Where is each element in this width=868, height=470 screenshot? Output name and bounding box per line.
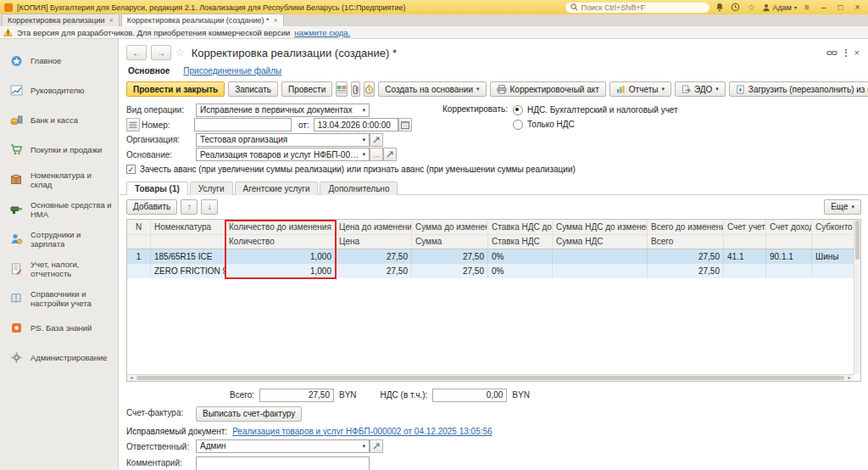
operation-type-combo[interactable]: Исправление в первичных документах ▾ bbox=[196, 104, 370, 117]
responsible-combo[interactable]: Админ ▾ bbox=[196, 439, 370, 453]
date-input[interactable]: 13.04.2026 0:00:00 bbox=[314, 118, 398, 131]
tab-close-icon[interactable]: × bbox=[274, 16, 278, 25]
horizontal-scrollbar[interactable]: ◄ ► bbox=[127, 374, 854, 381]
basis-choose-button[interactable]: … bbox=[370, 148, 383, 161]
sidebar-item-bank-kassa[interactable]: Банк и касса bbox=[0, 105, 118, 135]
tab-goods[interactable]: Товары (1) bbox=[126, 182, 188, 195]
create-based-on-button[interactable]: Создать на основании▾ bbox=[378, 81, 486, 97]
number-settings-button[interactable] bbox=[126, 118, 140, 131]
cell-n[interactable]: 1 bbox=[127, 249, 151, 264]
reminder-button[interactable] bbox=[364, 81, 375, 97]
scroll-right-arrow[interactable]: ► bbox=[845, 375, 854, 380]
cell-vat-sum[interactable] bbox=[553, 264, 648, 278]
cell-vat-rate[interactable]: 0% bbox=[488, 264, 553, 278]
tab-attached-files[interactable]: Присоединенные файлы bbox=[183, 66, 281, 76]
cell-qty-before[interactable]: 1,000 bbox=[225, 249, 336, 264]
radio-icon[interactable] bbox=[513, 120, 523, 130]
table-more-button[interactable]: Еще▾ bbox=[824, 199, 861, 215]
user-name: Адам bbox=[773, 3, 792, 12]
cell-qty[interactable]: 1,000 bbox=[225, 264, 336, 278]
show-postings-button[interactable] bbox=[336, 81, 348, 97]
service-menu-icon[interactable]: ≡ bbox=[801, 2, 813, 14]
minimize-button[interactable]: – bbox=[817, 2, 830, 14]
write-button[interactable]: Записать bbox=[228, 81, 278, 97]
cell-sum-before[interactable]: 27,50 bbox=[412, 249, 488, 264]
comment-input[interactable] bbox=[196, 456, 370, 470]
cell-total-before[interactable]: 27,50 bbox=[648, 249, 724, 264]
link-icon[interactable] bbox=[826, 48, 837, 58]
tab-agent-services[interactable]: Агентские услуги bbox=[235, 182, 319, 195]
sidebar-item-label: PS. База знаний bbox=[31, 323, 92, 333]
sidebar-item-administrirovanie[interactable]: Администрирование bbox=[0, 343, 118, 372]
scrollbar-thumb[interactable] bbox=[136, 376, 844, 380]
sidebar-item-uchet-nalogi[interactable]: Учет, налоги, отчетность bbox=[0, 254, 118, 283]
items-table[interactable]: N Номенклатура Количество до изменения Ц… bbox=[126, 219, 861, 382]
sidebar-item-rukovoditelyu[interactable]: Руководителю bbox=[0, 76, 118, 105]
notifications-bell-icon[interactable] bbox=[714, 2, 726, 14]
sidebar-item-sotrudniki-zarplata[interactable]: Сотрудники и зарплата bbox=[0, 224, 118, 254]
correction-act-button[interactable]: Корректировочный акт bbox=[490, 81, 606, 97]
radio-option-vat-accounting[interactable]: НДС. Бухгалтерский и налоговый учет bbox=[513, 103, 678, 117]
cell-sum[interactable]: 27,50 bbox=[412, 264, 488, 278]
calendar-button[interactable] bbox=[398, 118, 412, 131]
cell-vat-rate-before[interactable]: 0% bbox=[488, 249, 553, 264]
window-tab-2-active[interactable]: Корректировка реализации (создание) * × bbox=[121, 14, 284, 26]
move-row-down-button[interactable]: ↓ bbox=[201, 199, 218, 215]
cell-price-before[interactable]: 27,50 bbox=[336, 249, 412, 264]
history-clock-icon[interactable] bbox=[730, 2, 742, 14]
radio-option-vat-only[interactable]: Только НДС bbox=[513, 117, 678, 131]
maximize-button[interactable]: □ bbox=[834, 2, 847, 14]
edo-button[interactable]: ЭДО▾ bbox=[675, 81, 726, 97]
scroll-left-arrow[interactable]: ◄ bbox=[127, 375, 136, 380]
cell-total[interactable]: 27,50 bbox=[648, 264, 724, 278]
sidebar-item-pokupki-prodazhi[interactable]: Покупки и продажи bbox=[0, 135, 118, 165]
sidebar-item-glavnoe[interactable]: Главное bbox=[0, 46, 118, 76]
scrollbar-thumb[interactable] bbox=[855, 221, 860, 260]
post-button[interactable]: Провести bbox=[281, 81, 332, 97]
basis-combo[interactable]: Реализация товаров и услуг НФБП-000002 о… bbox=[196, 148, 370, 161]
number-input[interactable] bbox=[194, 118, 292, 131]
tab-osnovnoe[interactable]: Основное bbox=[128, 66, 170, 76]
close-form-icon[interactable]: × bbox=[854, 48, 860, 58]
back-button[interactable]: ← bbox=[126, 45, 147, 60]
organization-open-button[interactable] bbox=[370, 133, 383, 147]
table-row[interactable]: 1 185/65R15 ICE 1,000 27,50 27,50 0% 27,… bbox=[127, 249, 860, 278]
add-row-button[interactable]: Добавить bbox=[126, 199, 177, 215]
more-menu-icon[interactable] bbox=[845, 48, 847, 58]
reports-button[interactable]: Отчеты▾ bbox=[609, 81, 671, 97]
corrected-document-link[interactable]: Реализация товаров и услуг НФБП-000002 о… bbox=[232, 425, 492, 436]
warning-link[interactable]: нажмите сюда. bbox=[294, 28, 350, 37]
cell-nomenclature[interactable]: 185/65R15 ICE bbox=[151, 249, 225, 264]
move-row-up-button[interactable]: ↑ bbox=[181, 199, 198, 215]
post-and-close-button[interactable]: Провести и закрыть bbox=[126, 81, 225, 97]
window-tab-1[interactable]: Корректировка реализации × bbox=[2, 14, 120, 26]
user-menu[interactable]: Адам ▾ bbox=[762, 3, 797, 12]
tab-additional[interactable]: Дополнительно bbox=[320, 182, 398, 195]
responsible-open-button[interactable] bbox=[370, 439, 383, 453]
load-from-file-button[interactable]: Загрузить (перезаполнить) из файла bbox=[729, 81, 868, 97]
sidebar-item-ps-baza-znaniy[interactable]: PS. База знаний bbox=[0, 313, 118, 343]
basis-open-button[interactable] bbox=[383, 148, 397, 161]
button-label: Загрузить (перезаполнить) из файла bbox=[748, 85, 868, 94]
issue-invoice-button[interactable]: Выписать счет-фактуру bbox=[196, 406, 302, 422]
vertical-scrollbar[interactable] bbox=[854, 220, 860, 374]
cell-vat-sum-before[interactable] bbox=[553, 249, 648, 264]
sidebar-item-os-nma[interactable]: Основные средства и НМА bbox=[0, 194, 118, 224]
forward-button[interactable]: → bbox=[151, 45, 171, 60]
tab-services[interactable]: Услуги bbox=[190, 182, 233, 195]
cell-price[interactable]: 27,50 bbox=[336, 264, 412, 278]
tab-close-icon[interactable]: × bbox=[109, 16, 114, 25]
favorite-star-icon[interactable]: ☆ bbox=[175, 47, 185, 59]
global-search-input[interactable]: Поиск Ctrl+Shift+F bbox=[565, 3, 709, 13]
radio-icon[interactable] bbox=[513, 105, 523, 115]
sidebar-item-spravochniki[interactable]: Справочники и настройки учета bbox=[0, 283, 118, 313]
advance-checkbox[interactable]: ✓ bbox=[126, 165, 136, 174]
cell-account[interactable]: 41.1 bbox=[724, 249, 766, 264]
cell-income-account[interactable]: 90.1.1 bbox=[766, 249, 812, 264]
organization-combo[interactable]: Тестовая организация ▾ bbox=[196, 133, 370, 147]
cell-nomenclature-line2[interactable]: ZERO FRICTION 92T bbox=[151, 264, 225, 278]
attachments-button[interactable] bbox=[351, 81, 360, 97]
favorites-star-icon[interactable]: ☆ bbox=[746, 2, 758, 14]
close-window-button[interactable]: × bbox=[851, 2, 864, 14]
sidebar-item-nomenklatura-sklad[interactable]: Номенклатура и склад bbox=[0, 165, 118, 194]
